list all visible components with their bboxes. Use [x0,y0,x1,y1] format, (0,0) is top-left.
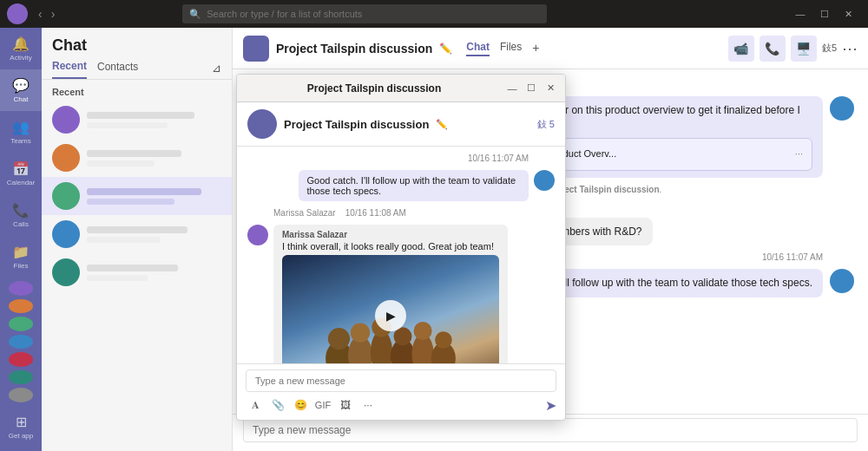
teams-label: Teams [10,137,31,145]
teams-icon: 👥 [12,119,30,135]
minimize-button[interactable]: — [788,2,812,26]
contact-avatar-2[interactable] [9,299,33,314]
more-tools-icon[interactable]: ··· [358,395,378,415]
chat-item-info [87,226,221,243]
add-tab-button[interactable]: + [532,41,539,56]
popup-compose-input[interactable] [246,369,556,392]
window-controls: — ☐ ✕ [788,2,861,26]
popup-msg-sender: Marissa Salazar [282,230,499,239]
activity-icon: 🔔 [12,36,30,52]
popup-compose-toolbar: 𝐀 📎 😊 GIF 🖼 ··· ➤ [246,395,556,415]
video-call-button[interactable]: 📹 [728,36,754,62]
audio-call-button[interactable]: 📞 [760,36,786,62]
list-item[interactable] [42,253,232,291]
popup-messages: 10/16 11:07 AM Good catch. I'll follow u… [237,147,565,363]
list-item[interactable] [42,177,232,215]
sticker-icon[interactable]: 🖼 [336,395,355,415]
nav-forward[interactable]: › [48,7,59,21]
participant-count: 鈙5 [822,42,837,55]
popup-minimize-button[interactable]: — [504,81,520,96]
svg-point-23 [435,331,452,349]
file-menu-icon[interactable]: ··· [795,147,803,160]
popup-chat-header: Project Tailspin discussion ✏️ 鈙 5 [237,102,565,147]
popup-msg-bubble-recv: Marissa Salazar I think overall, it look… [273,225,508,363]
sidebar-item-teams[interactable]: 👥 Teams [0,111,42,153]
contact-avatar-7[interactable] [9,388,33,402]
popup-close-button[interactable]: ✕ [542,81,558,96]
popup-video-thumbnail[interactable]: ▶ [282,255,499,363]
tab-recent[interactable]: Recent [52,60,87,79]
chat-nav-icon: 💬 [12,77,30,94]
compose-input[interactable] [243,418,858,442]
header-actions: 📹 📞 🖥️ 鈙5 ⋯ [728,36,858,62]
gif-icon[interactable]: GIF [313,395,332,415]
popup-controls: — ☐ ✕ [504,81,558,96]
popup-participants: 鈙 5 [537,118,555,131]
more-options-button[interactable]: ⋯ [842,39,858,58]
chat-list-items [42,101,232,451]
search-bar[interactable]: 🔍 [182,4,547,23]
attach-icon[interactable]: 📎 [268,395,287,415]
sidebar-item-files[interactable]: 📁 Files [0,236,42,278]
calendar-icon: 📅 [12,160,30,177]
tab-chat[interactable]: Chat [466,41,490,56]
format-icon[interactable]: 𝐀 [246,395,265,415]
sidebar: 🔔 Activity 💬 Chat 👥 Teams 📅 Calendar 📞 C… [0,28,42,451]
send-button[interactable]: ➤ [545,397,556,414]
search-icon: 🔍 [189,9,201,20]
files-label: Files [14,262,29,270]
sidebar-item-calls[interactable]: 📞 Calls [0,194,42,236]
edit-icon-popup[interactable]: ✏️ [436,119,448,130]
popup-msg-bubble-sent: Good catch. I'll follow up with the team… [299,170,529,201]
emoji-icon[interactable]: 😊 [291,395,310,415]
sidebar-item-chat[interactable]: 💬 Chat [0,69,42,111]
contact-avatar-1[interactable] [9,281,33,296]
calls-label: Calls [13,220,29,228]
chat-item-avatar [52,144,80,172]
svg-point-15 [351,323,370,342]
msg-avatar [830,96,854,121]
contact-avatar-5[interactable] [9,352,33,367]
list-item[interactable] [42,139,232,177]
svg-point-21 [414,322,432,340]
get-app-icon: ⊞ [16,414,27,430]
popup-msg-avatar-sent [534,170,555,191]
sidebar-item-calendar[interactable]: 📅 Calendar [0,153,42,194]
chat-panel-title: Chat [52,36,87,55]
main-header-avatar [243,36,269,62]
popup-msg-time-1: 10/16 11:07 AM [247,154,555,163]
popup-msg-row-sent: Good catch. I'll follow up with the team… [247,170,555,201]
tab-files[interactable]: Files [500,41,522,56]
chat-item-info [87,112,221,128]
calls-icon: 📞 [12,202,30,219]
main-header-tabs: Chat Files + [466,41,539,56]
close-button[interactable]: ✕ [837,2,861,26]
main-header: Project Tailspin discussion ✏️ Chat File… [233,28,868,69]
sidebar-item-get-app[interactable]: ⊞ Get app [0,406,42,448]
main-chat-area: Project Tailspin discussion ✏️ Chat File… [233,28,868,451]
files-icon: 📁 [12,244,30,260]
maximize-button[interactable]: ☐ [812,2,837,26]
nav-back[interactable]: ‹ [35,7,46,21]
screen-share-button[interactable]: 🖥️ [791,36,817,62]
chat-list-panel: Chat Recent Contacts ⊿ Recent [42,28,233,451]
chat-item-avatar [52,106,80,134]
user-avatar-top[interactable] [7,3,28,24]
contact-avatar-4[interactable] [9,335,33,350]
list-item[interactable] [42,215,232,253]
search-input[interactable] [207,9,540,19]
tab-contacts[interactable]: Contacts [97,61,138,78]
list-item[interactable] [42,101,232,139]
popup-maximize-button[interactable]: ☐ [523,81,539,96]
popup-play-button[interactable]: ▶ [375,300,406,331]
contact-avatar-3[interactable] [9,317,33,331]
contact-avatar-6[interactable] [9,370,33,385]
recent-label: Recent [42,80,232,101]
svg-point-13 [328,328,350,350]
main-header-title: Project Tailspin discussion [276,42,432,56]
sidebar-item-activity[interactable]: 🔔 Activity [0,28,42,69]
popup-header: Project Tailspin discussion — ☐ ✕ [237,75,565,102]
edit-icon[interactable]: ✏️ [439,42,452,55]
chat-item-avatar [52,220,80,248]
filter-icon[interactable]: ⊿ [212,62,221,78]
